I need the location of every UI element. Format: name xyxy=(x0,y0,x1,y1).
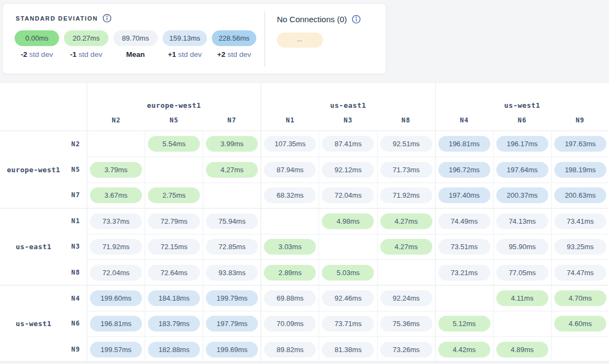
matrix-cell: 196.81ms xyxy=(87,311,145,336)
matrix-cell: 92.12ms xyxy=(319,157,377,182)
latency-pill[interactable]: 199.57ms xyxy=(90,342,142,358)
latency-pill[interactable]: 72.04ms xyxy=(322,187,374,203)
latency-pill[interactable]: 71.92ms xyxy=(90,239,142,255)
matrix-cell: 4.27ms xyxy=(377,208,435,233)
matrix-cell: 3.79ms xyxy=(87,157,145,182)
latency-pill[interactable]: 5.12ms xyxy=(438,316,490,332)
latency-pill[interactable]: 73.71ms xyxy=(322,316,374,332)
legend-label-plus2: +2 std dev xyxy=(212,50,256,58)
latency-pill[interactable]: 4.27ms xyxy=(206,162,258,178)
latency-pill[interactable]: 73.21ms xyxy=(438,265,490,281)
legend-card: STANDARD DEVIATION 0.00ms 20.27ms 89.70m… xyxy=(2,3,386,74)
latency-pill[interactable]: 71.73ms xyxy=(380,162,432,178)
matrix-cell: 3.99ms xyxy=(203,131,261,157)
latency-pill[interactable]: 2.75ms xyxy=(148,187,200,203)
latency-pill[interactable]: 4.27ms xyxy=(380,239,432,255)
matrix-body: europe-west1N25.54ms3.99ms107.35ms87.41m… xyxy=(0,131,609,362)
latency-pill[interactable]: 72.15ms xyxy=(148,239,200,255)
latency-pill[interactable]: 197.63ms xyxy=(554,136,606,152)
latency-pill[interactable]: 71.92ms xyxy=(380,187,432,203)
matrix-cell: 74.47ms xyxy=(551,259,609,285)
latency-pill[interactable]: 182.88ms xyxy=(148,342,200,358)
latency-pill[interactable]: 73.51ms xyxy=(438,239,490,255)
latency-pill[interactable]: 74.47ms xyxy=(554,265,606,281)
latency-pill[interactable]: 73.37ms xyxy=(90,213,142,229)
latency-pill[interactable]: 4.42ms xyxy=(438,342,490,358)
latency-pill[interactable]: 75.94ms xyxy=(206,213,258,229)
latency-pill[interactable]: 196.81ms xyxy=(438,136,490,152)
info-icon[interactable] xyxy=(102,14,112,23)
row-node-label: N1 xyxy=(67,208,87,233)
matrix-cell xyxy=(145,157,203,182)
latency-pill[interactable]: 197.79ms xyxy=(206,316,258,332)
row-node-label: N7 xyxy=(67,183,87,208)
info-icon[interactable] xyxy=(352,15,361,24)
matrix-cell: 71.92ms xyxy=(87,234,145,259)
latency-pill[interactable]: 198.19ms xyxy=(554,162,606,178)
matrix-cell: 87.41ms xyxy=(319,131,377,157)
latency-pill[interactable]: 4.89ms xyxy=(496,342,548,358)
latency-pill[interactable]: 70.09ms xyxy=(264,316,316,332)
matrix-cell xyxy=(319,234,377,259)
latency-pill[interactable]: 184.18ms xyxy=(148,290,200,306)
latency-pill[interactable]: 87.94ms xyxy=(264,162,316,178)
legend-title: STANDARD DEVIATION xyxy=(16,15,98,22)
latency-pill[interactable]: 4.60ms xyxy=(554,316,606,332)
latency-pill[interactable]: 87.41ms xyxy=(322,136,374,152)
row-node-label: N3 xyxy=(67,234,87,259)
latency-pill[interactable]: 68.32ms xyxy=(264,187,316,203)
latency-pill[interactable]: 4.27ms xyxy=(380,213,432,229)
latency-pill[interactable]: 4.98ms xyxy=(322,213,374,229)
matrix-cell: 196.72ms xyxy=(435,157,493,182)
latency-pill[interactable]: 200.63ms xyxy=(554,187,606,203)
latency-pill[interactable]: 89.82ms xyxy=(264,342,316,358)
matrix-cell: 182.88ms xyxy=(145,336,203,362)
latency-pill[interactable]: 183.79ms xyxy=(148,316,200,332)
latency-pill[interactable]: 4.11ms xyxy=(496,290,548,306)
matrix-cell: 5.54ms xyxy=(145,131,203,157)
latency-pill[interactable]: 5.54ms xyxy=(148,136,200,152)
latency-pill[interactable]: 74.49ms xyxy=(438,213,490,229)
matrix-cell: 197.64ms xyxy=(493,157,551,182)
latency-pill[interactable]: 93.83ms xyxy=(206,265,258,281)
latency-pill[interactable]: 200.37ms xyxy=(496,187,548,203)
legend-label-minus1: -1 std dev xyxy=(64,50,108,58)
latency-pill[interactable]: 199.60ms xyxy=(90,290,142,306)
latency-pill[interactable]: 73.41ms xyxy=(554,213,606,229)
matrix-cell: 92.51ms xyxy=(377,131,435,157)
latency-pill[interactable]: 5.03ms xyxy=(322,265,374,281)
latency-pill[interactable]: 107.35ms xyxy=(264,136,316,152)
latency-pill[interactable]: 196.81ms xyxy=(90,316,142,332)
latency-pill[interactable]: 77.05ms xyxy=(496,265,548,281)
latency-pill[interactable]: 75.36ms xyxy=(380,316,432,332)
latency-pill[interactable]: 92.12ms xyxy=(322,162,374,178)
latency-pill[interactable]: 197.64ms xyxy=(496,162,548,178)
latency-pill[interactable]: 3.79ms xyxy=(90,162,142,178)
latency-pill[interactable]: 72.04ms xyxy=(90,265,142,281)
latency-pill[interactable]: 73.26ms xyxy=(380,342,432,358)
legend-label-mean: Mean xyxy=(113,50,158,58)
latency-pill[interactable]: 95.90ms xyxy=(496,239,548,255)
latency-pill[interactable]: 74.13ms xyxy=(496,213,548,229)
latency-pill[interactable]: 197.40ms xyxy=(438,187,490,203)
latency-pill[interactable]: 2.89ms xyxy=(264,265,316,281)
latency-pill[interactable]: 196.17ms xyxy=(496,136,548,152)
latency-pill[interactable]: 81.38ms xyxy=(322,342,374,358)
latency-pill[interactable]: 93.25ms xyxy=(554,239,606,255)
latency-pill[interactable]: 3.99ms xyxy=(206,136,258,152)
latency-pill[interactable]: 196.72ms xyxy=(438,162,490,178)
row-node-label: N9 xyxy=(67,336,87,362)
latency-pill[interactable]: 92.24ms xyxy=(380,290,432,306)
latency-pill[interactable]: 199.79ms xyxy=(206,290,258,306)
row-region-label: us-west1 xyxy=(0,285,67,362)
latency-pill[interactable]: 199.69ms xyxy=(206,342,258,358)
latency-pill[interactable]: 3.03ms xyxy=(264,239,316,255)
latency-pill[interactable]: 72.79ms xyxy=(148,213,200,229)
latency-pill[interactable]: 4.70ms xyxy=(554,290,606,306)
latency-pill[interactable]: 92.51ms xyxy=(380,136,432,152)
latency-pill[interactable]: 92.46ms xyxy=(322,290,374,306)
latency-pill[interactable]: 72.85ms xyxy=(206,239,258,255)
latency-pill[interactable]: 72.64ms xyxy=(148,265,200,281)
latency-pill[interactable]: 69.88ms xyxy=(264,290,316,306)
latency-pill[interactable]: 3.67ms xyxy=(90,187,142,203)
